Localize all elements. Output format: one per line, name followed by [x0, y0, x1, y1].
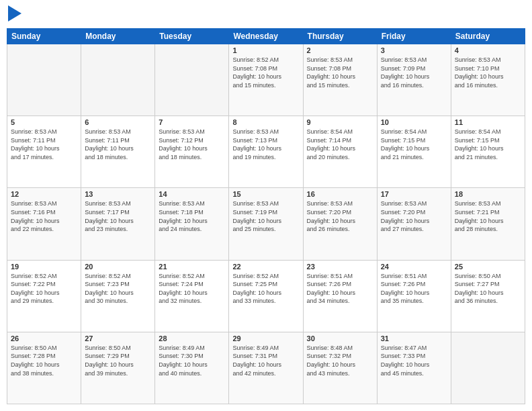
day-info: Sunrise: 8:53 AM Sunset: 7:20 PM Dayligh… [381, 199, 447, 233]
day-info: Sunrise: 8:52 AM Sunset: 7:22 PM Dayligh… [11, 272, 77, 306]
day-info: Sunrise: 8:52 AM Sunset: 7:25 PM Dayligh… [232, 272, 299, 306]
weekday-header-saturday: Saturday [451, 29, 525, 44]
calendar-day: 16Sunrise: 8:53 AM Sunset: 7:20 PM Dayli… [303, 188, 377, 260]
calendar-week-3: 12Sunrise: 8:53 AM Sunset: 7:16 PM Dayli… [7, 188, 525, 260]
calendar-day: 17Sunrise: 8:53 AM Sunset: 7:20 PM Dayli… [377, 188, 451, 260]
day-number: 24 [381, 263, 447, 271]
day-number: 12 [11, 190, 77, 198]
calendar-day: 24Sunrise: 8:51 AM Sunset: 7:26 PM Dayli… [377, 260, 451, 332]
day-number: 5 [11, 118, 77, 126]
day-number: 30 [307, 334, 373, 342]
page: SundayMondayTuesdayWednesdayThursdayFrid… [0, 0, 532, 411]
day-info: Sunrise: 8:53 AM Sunset: 7:16 PM Dayligh… [11, 199, 77, 233]
day-info: Sunrise: 8:52 AM Sunset: 7:24 PM Dayligh… [159, 272, 225, 306]
calendar-week-4: 19Sunrise: 8:52 AM Sunset: 7:22 PM Dayli… [7, 260, 525, 332]
calendar-day: 31Sunrise: 8:47 AM Sunset: 7:33 PM Dayli… [377, 332, 451, 404]
weekday-header-tuesday: Tuesday [155, 29, 229, 44]
header [7, 7, 525, 23]
calendar-day: 25Sunrise: 8:50 AM Sunset: 7:27 PM Dayli… [451, 260, 525, 332]
calendar-day: 2Sunrise: 8:53 AM Sunset: 7:08 PM Daylig… [303, 44, 377, 116]
calendar-day: 14Sunrise: 8:53 AM Sunset: 7:18 PM Dayli… [155, 188, 229, 260]
day-number: 13 [85, 190, 151, 198]
day-info: Sunrise: 8:54 AM Sunset: 7:15 PM Dayligh… [381, 128, 447, 161]
day-info: Sunrise: 8:53 AM Sunset: 7:12 PM Dayligh… [159, 128, 225, 161]
day-info: Sunrise: 8:53 AM Sunset: 7:19 PM Dayligh… [232, 199, 299, 233]
weekday-header-monday: Monday [81, 29, 155, 44]
calendar-day: 1Sunrise: 8:52 AM Sunset: 7:08 PM Daylig… [229, 44, 303, 116]
weekday-header-sunday: Sunday [7, 29, 81, 44]
day-number: 4 [455, 46, 521, 54]
day-number: 20 [85, 263, 151, 271]
weekday-row: SundayMondayTuesdayWednesdayThursdayFrid… [7, 29, 525, 44]
logo-text [7, 7, 21, 23]
calendar-day: 11Sunrise: 8:54 AM Sunset: 7:15 PM Dayli… [451, 116, 525, 188]
calendar-day: 19Sunrise: 8:52 AM Sunset: 7:22 PM Dayli… [7, 260, 81, 332]
day-info: Sunrise: 8:53 AM Sunset: 7:17 PM Dayligh… [85, 199, 151, 233]
calendar-day: 7Sunrise: 8:53 AM Sunset: 7:12 PM Daylig… [155, 116, 229, 188]
day-number: 19 [11, 263, 77, 271]
day-number: 1 [232, 46, 299, 54]
calendar-day: 5Sunrise: 8:53 AM Sunset: 7:11 PM Daylig… [7, 116, 81, 188]
day-info: Sunrise: 8:53 AM Sunset: 7:11 PM Dayligh… [85, 128, 151, 161]
weekday-header-friday: Friday [377, 29, 451, 44]
weekday-header-wednesday: Wednesday [229, 29, 303, 44]
calendar-body: 1Sunrise: 8:52 AM Sunset: 7:08 PM Daylig… [7, 44, 525, 404]
calendar-day [155, 44, 229, 116]
calendar-day: 4Sunrise: 8:53 AM Sunset: 7:10 PM Daylig… [451, 44, 525, 116]
day-info: Sunrise: 8:48 AM Sunset: 7:32 PM Dayligh… [307, 344, 373, 377]
calendar-table: SundayMondayTuesdayWednesdayThursdayFrid… [7, 28, 525, 404]
day-info: Sunrise: 8:47 AM Sunset: 7:33 PM Dayligh… [381, 344, 447, 377]
calendar-day: 12Sunrise: 8:53 AM Sunset: 7:16 PM Dayli… [7, 188, 81, 260]
day-info: Sunrise: 8:53 AM Sunset: 7:20 PM Dayligh… [307, 199, 373, 233]
calendar-day: 15Sunrise: 8:53 AM Sunset: 7:19 PM Dayli… [229, 188, 303, 260]
calendar-day: 13Sunrise: 8:53 AM Sunset: 7:17 PM Dayli… [81, 188, 155, 260]
logo-icon [8, 5, 21, 21]
calendar-day: 9Sunrise: 8:54 AM Sunset: 7:14 PM Daylig… [303, 116, 377, 188]
day-number: 23 [307, 263, 373, 271]
day-number: 31 [381, 334, 447, 342]
calendar-day: 6Sunrise: 8:53 AM Sunset: 7:11 PM Daylig… [81, 116, 155, 188]
calendar-day: 22Sunrise: 8:52 AM Sunset: 7:25 PM Dayli… [229, 260, 303, 332]
day-info: Sunrise: 8:53 AM Sunset: 7:18 PM Dayligh… [159, 199, 225, 233]
day-info: Sunrise: 8:51 AM Sunset: 7:26 PM Dayligh… [307, 272, 373, 306]
day-info: Sunrise: 8:49 AM Sunset: 7:30 PM Dayligh… [159, 344, 225, 377]
day-info: Sunrise: 8:51 AM Sunset: 7:26 PM Dayligh… [381, 272, 447, 306]
day-info: Sunrise: 8:54 AM Sunset: 7:14 PM Dayligh… [307, 128, 373, 161]
day-number: 15 [232, 190, 299, 198]
day-number: 7 [159, 118, 225, 126]
day-info: Sunrise: 8:50 AM Sunset: 7:29 PM Dayligh… [85, 344, 151, 377]
day-number: 22 [232, 263, 299, 271]
calendar-day: 23Sunrise: 8:51 AM Sunset: 7:26 PM Dayli… [303, 260, 377, 332]
day-number: 2 [307, 46, 373, 54]
calendar-day: 28Sunrise: 8:49 AM Sunset: 7:30 PM Dayli… [155, 332, 229, 404]
calendar-day: 10Sunrise: 8:54 AM Sunset: 7:15 PM Dayli… [377, 116, 451, 188]
calendar-day [81, 44, 155, 116]
day-info: Sunrise: 8:53 AM Sunset: 7:11 PM Dayligh… [11, 128, 77, 161]
calendar-day [7, 44, 81, 116]
calendar-day: 29Sunrise: 8:49 AM Sunset: 7:31 PM Dayli… [229, 332, 303, 404]
day-info: Sunrise: 8:53 AM Sunset: 7:13 PM Dayligh… [232, 128, 299, 161]
calendar-day: 8Sunrise: 8:53 AM Sunset: 7:13 PM Daylig… [229, 116, 303, 188]
day-number: 26 [11, 334, 77, 342]
logo [7, 7, 21, 23]
day-number: 27 [85, 334, 151, 342]
calendar-header: SundayMondayTuesdayWednesdayThursdayFrid… [7, 29, 525, 44]
day-number: 14 [159, 190, 225, 198]
day-info: Sunrise: 8:49 AM Sunset: 7:31 PM Dayligh… [232, 344, 299, 377]
day-number: 16 [307, 190, 373, 198]
day-number: 25 [455, 263, 521, 271]
day-info: Sunrise: 8:54 AM Sunset: 7:15 PM Dayligh… [455, 128, 521, 161]
calendar-day: 18Sunrise: 8:53 AM Sunset: 7:21 PM Dayli… [451, 188, 525, 260]
day-number: 11 [455, 118, 521, 126]
day-number: 17 [381, 190, 447, 198]
day-number: 6 [85, 118, 151, 126]
day-number: 10 [381, 118, 447, 126]
calendar-day [451, 332, 525, 404]
day-info: Sunrise: 8:52 AM Sunset: 7:08 PM Dayligh… [232, 56, 299, 89]
day-number: 18 [455, 190, 521, 198]
weekday-header-thursday: Thursday [303, 29, 377, 44]
day-info: Sunrise: 8:53 AM Sunset: 7:21 PM Dayligh… [455, 199, 521, 233]
calendar-week-1: 1Sunrise: 8:52 AM Sunset: 7:08 PM Daylig… [7, 44, 525, 116]
calendar-day: 30Sunrise: 8:48 AM Sunset: 7:32 PM Dayli… [303, 332, 377, 404]
day-number: 8 [232, 118, 299, 126]
